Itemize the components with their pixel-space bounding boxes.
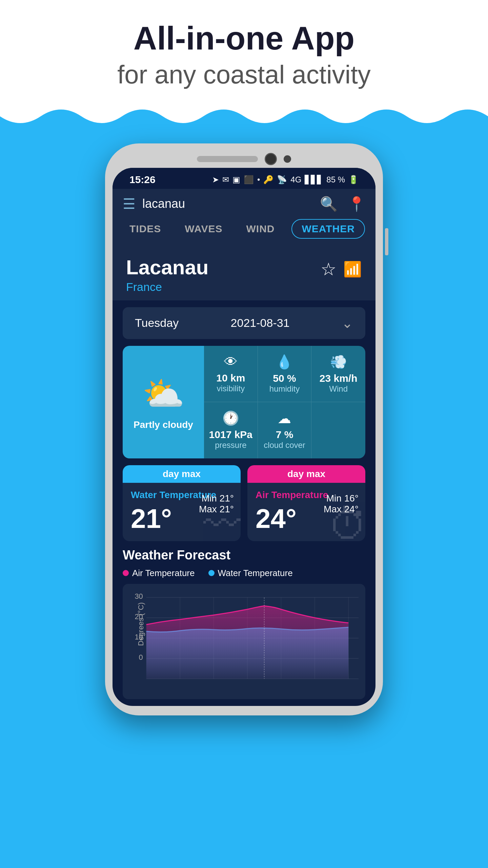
phone-camera-small [284,155,291,163]
date-selector[interactable]: Tuesday 2021-08-31 ⌄ [123,307,365,339]
phone-speaker [197,156,258,162]
phone-side-button [385,228,388,255]
visibility-value: 10 km [216,372,245,384]
y-axis-label: Degrees (°C) [137,602,145,646]
wind-icon: 💨 [330,354,347,370]
key-icon: 🔑 [263,175,273,184]
water-temp-body: Water Temperature 21° Min 21° Max 21° 〰 [123,483,241,541]
pressure-value: 1017 kPa [209,429,252,440]
cloud-cover-value: 7 % [276,429,293,440]
visibility-label: visibility [217,384,245,393]
signal-bars-icon: ▋▋▋ [305,175,323,184]
air-temp-body: Air Temperature 24° Min 16° Max 24° ⏱ [247,483,365,541]
main-title: All-in-one App [0,20,488,56]
pressure-icon: 🕐 [222,410,239,426]
location-info: Lacanau France [126,256,208,294]
humidity-value: 50 % [273,373,296,384]
phone-wrapper: 15:26 ➤ ✉ ▣ ⬛ • 🔑 📡 4G ▋▋▋ 85 % 🔋 ☰ [105,143,383,715]
status-time: 15:26 [129,174,156,185]
humidity-label: humidity [269,384,300,394]
broadcast-icon[interactable]: 📶 [343,260,362,278]
phone-screen: 15:26 ➤ ✉ ▣ ⬛ • 🔑 📡 4G ▋▋▋ 85 % 🔋 ☰ [113,168,375,706]
cloud-cover-label: cloud cover [264,440,305,450]
sub-title: for any coastal activity [0,60,488,89]
favorite-star-icon[interactable]: ☆ [321,259,337,279]
top-section: All-in-one App for any coastal activity [0,0,488,137]
svg-text:30: 30 [135,592,143,600]
air-temp-legend-label: Air Temperature [132,568,195,578]
location-section: Lacanau France ☆ 📶 [113,245,375,300]
search-input[interactable] [142,197,313,211]
forecast-legend: Air Temperature Water Temperature [123,568,365,578]
stat-empty [311,402,365,458]
weather-card: ⛅ Partly cloudy 👁 10 km visibility 💧 50 … [123,346,365,458]
legend-water: Water Temperature [208,568,293,578]
forecast-section: Weather Forecast Air Temperature Water T… [123,548,365,699]
air-area-fill [146,606,348,679]
tab-astronomy[interactable]: ASTRONOM [375,219,375,239]
weather-condition-label: Partly cloudy [134,419,193,430]
battery-percent: 85 % [326,175,345,184]
humidity-icon: 💧 [276,354,293,370]
forecast-chart: Degrees (°C) [123,584,365,699]
wind-label: Wind [329,384,348,394]
location-actions: ☆ 📶 [321,259,362,279]
tab-tides[interactable]: TIDES [123,219,168,239]
hamburger-menu-icon[interactable]: ☰ [123,196,136,212]
location-country: France [126,280,208,294]
stat-pressure: 🕐 1017 kPa pressure [204,402,258,458]
nav-tabs: TIDES WAVES WIND WEATHER ASTRONOM [113,219,375,245]
stat-cloud-cover: ☁ 7 % cloud cover [258,402,312,458]
signal-4g-icon: 4G [290,175,301,184]
location-status-icon: 📡 [277,175,287,184]
legend-air: Air Temperature [123,568,195,578]
date-day: Tuesday [135,316,179,330]
weather-icon-section: ⛅ Partly cloudy [123,346,204,458]
tab-wind[interactable]: WIND [240,219,282,239]
water-temp-bg-icon: 〰 [203,501,241,541]
water-temp-card: day max Water Temperature 21° Min 21° Ma… [123,465,241,541]
cloud-icon: ☁ [278,411,291,426]
app-header: ☰ 🔍 📍 [113,189,375,219]
status-icons: ➤ ✉ ▣ ⬛ • 🔑 📡 4G ▋▋▋ 85 % 🔋 [212,175,359,184]
water-temp-header: day max [123,465,241,483]
location-pin-icon[interactable]: 📍 [348,196,365,212]
phone-notch [113,153,375,165]
chevron-down-icon: ⌄ [342,315,353,331]
air-temp-bg-icon: ⏱ [328,501,365,541]
wave-divider [0,89,488,137]
pressure-label: pressure [215,440,246,450]
nav-icon: ➤ [212,175,219,184]
water-temp-dot [208,570,215,576]
photo-icon: ⬛ [244,175,254,184]
svg-text:0: 0 [139,653,143,662]
stat-wind: 💨 23 km/h Wind [311,346,365,402]
phone-camera-main [265,153,277,165]
visibility-icon: 👁 [224,354,238,370]
chart-svg: 30 20 10 0 [129,591,359,692]
dot-icon: • [257,175,260,184]
sim-icon: ▣ [232,175,240,184]
air-temp-dot [123,570,129,576]
date-value: 2021-08-31 [231,316,290,330]
stat-visibility: 👁 10 km visibility [204,346,258,402]
tab-waves[interactable]: WAVES [178,219,229,239]
wind-value: 23 km/h [320,373,358,384]
battery-icon: 🔋 [348,175,359,184]
message-icon: ✉ [222,175,229,184]
stat-humidity: 💧 50 % humidity [258,346,312,402]
air-temp-header: day max [247,465,365,483]
location-name: Lacanau [126,256,208,279]
air-temp-card: day max Air Temperature 24° Min 16° Max … [247,465,365,541]
forecast-title: Weather Forecast [123,548,365,563]
water-temp-legend-label: Water Temperature [218,568,293,578]
weather-condition-icon: ⛅ [142,374,185,414]
temperature-cards: day max Water Temperature 21° Min 21° Ma… [123,465,365,541]
phone-frame: 15:26 ➤ ✉ ▣ ⬛ • 🔑 📡 4G ▋▋▋ 85 % 🔋 ☰ [105,143,383,715]
search-icon[interactable]: 🔍 [320,196,338,212]
tab-weather[interactable]: WEATHER [291,219,365,239]
status-bar: 15:26 ➤ ✉ ▣ ⬛ • 🔑 📡 4G ▋▋▋ 85 % 🔋 [113,168,375,189]
weather-stats-grid: 👁 10 km visibility 💧 50 % humidity 💨 23 … [204,346,365,458]
